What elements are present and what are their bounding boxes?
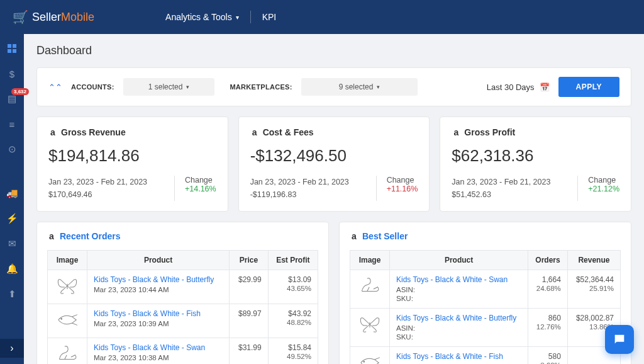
asin: ASIN: xyxy=(396,324,415,332)
col-price: Price xyxy=(230,251,269,270)
kpi-card: aGross Profit $62,318.36 Jan 23, 2023 - … xyxy=(440,117,631,212)
accounts-dropdown[interactable]: 1 selected ▾ xyxy=(123,78,215,96)
list-icon: ≡ xyxy=(9,119,15,130)
upload-icon: ⬆ xyxy=(8,288,16,300)
price-cell: $29.99 xyxy=(230,270,269,304)
logo-seller: Seller xyxy=(32,11,61,24)
marketplaces-dropdown[interactable]: 9 selected ▾ xyxy=(301,78,418,96)
kpi-change: Change+14.16% xyxy=(175,176,216,201)
kpi-period: Jan 23, 2023 - Feb 21, 2023$51,452.63 xyxy=(452,176,577,201)
product-cell: Kids Toys - Black & White - Butterfly Ma… xyxy=(87,270,230,304)
sidebar-target[interactable]: ⊙ xyxy=(5,142,19,156)
mail-icon: ✉ xyxy=(8,238,16,249)
product-link[interactable]: Kids Toys - Black & White - Butterfly xyxy=(396,314,521,322)
col-est-profit: Est Profit xyxy=(268,251,318,270)
svg-rect-2 xyxy=(8,49,11,53)
page-title: Dashboard xyxy=(36,44,631,57)
product-date: Mar 23, 2023 10:38 AM xyxy=(94,354,169,361)
col-product: Product xyxy=(87,251,230,270)
sidebar-expand[interactable]: › xyxy=(0,339,24,358)
sidebar: $ ▤ 3,632 ≡ ⊙ 🚚 ⚡ ✉ 🔔 ⬆ › xyxy=(0,34,24,364)
sidebar-mail[interactable]: ✉ xyxy=(5,237,19,251)
svg-rect-3 xyxy=(13,49,16,53)
collapse-icon[interactable]: ⌃⌃ xyxy=(48,82,62,92)
kpi-title-text: Gross Profit xyxy=(464,127,515,137)
main: Dashboard ⌃⌃ ACCOUNTS: 1 selected ▾ MARK… xyxy=(24,34,644,364)
product-image xyxy=(48,338,87,365)
logo-mobile: Mobile xyxy=(61,11,94,24)
svg-rect-1 xyxy=(13,44,16,48)
sidebar-finance[interactable]: $ xyxy=(5,67,19,81)
table-row: Kids Toys - Black & White - Swan ASIN: S… xyxy=(350,270,621,309)
sidebar-reports[interactable]: ▤ 3,632 xyxy=(5,92,19,106)
product-cell: Kids Toys - Black & White - Fish ASIN: S… xyxy=(390,347,528,365)
topnav: Analytics & Tools ▾ KPI xyxy=(154,11,287,23)
chat-button[interactable] xyxy=(605,325,634,354)
kpi-card: aCost & Fees -$132,496.50 Jan 23, 2023 -… xyxy=(238,117,430,212)
cart-icon: 🛒 xyxy=(13,9,28,25)
recent-orders-table: Image Product Price Est Profit Kids Toys… xyxy=(47,250,318,364)
price-cell: $89.97 xyxy=(230,304,269,338)
kpi-card: aGross Revenue $194,814.86 Jan 23, 2023 … xyxy=(36,117,228,212)
profit-cell: $13.0943.65% xyxy=(268,270,318,304)
filter-bar: ⌃⌃ ACCOUNTS: 1 selected ▾ MARKETPLACES: … xyxy=(36,67,631,106)
nav-analytics-tools[interactable]: Analytics & Tools ▾ xyxy=(154,12,250,22)
sidebar-upload[interactable]: ⬆ xyxy=(5,287,19,301)
svg-point-5 xyxy=(364,361,365,362)
chevron-down-icon: ▾ xyxy=(236,14,239,21)
product-image xyxy=(350,347,390,365)
profit-cell: $43.9248.82% xyxy=(268,304,318,338)
product-cell: Kids Toys - Black & White - Butterfly AS… xyxy=(390,309,528,347)
best-seller-title: a Best Seller xyxy=(350,231,621,241)
kpi-period: Jan 23, 2023 - Feb 21, 2023$170,649.46 xyxy=(48,176,174,201)
orders-cell: 5808.60% xyxy=(528,347,568,365)
product-link[interactable]: Kids Toys - Black & White - Swan xyxy=(94,343,223,352)
table-row: Kids Toys - Black & White - Butterfly AS… xyxy=(350,309,621,347)
sidebar-list[interactable]: ≡ xyxy=(5,117,19,131)
grid-icon xyxy=(7,43,17,54)
tables-row: a Recent Orders Image Product Price Est … xyxy=(36,222,631,364)
product-image xyxy=(48,304,87,338)
kpi-change: Change+11.16% xyxy=(377,176,418,201)
table-row: Kids Toys - Black & White - Fish ASIN: S… xyxy=(350,347,621,365)
table-row: Kids Toys - Black & White - Butterfly Ma… xyxy=(48,270,318,304)
sidebar-shipping[interactable]: 🚚 xyxy=(5,186,19,200)
sidebar-alerts[interactable]: 🔔 xyxy=(5,262,19,276)
product-image xyxy=(48,270,87,304)
product-link[interactable]: Kids Toys - Black & White - Swan xyxy=(396,275,521,284)
dollar-icon: $ xyxy=(9,69,14,79)
kpi-title-text: Cost & Fees xyxy=(263,127,314,137)
accounts-label: ACCOUNTS: xyxy=(71,83,114,91)
kpi-value: $62,318.36 xyxy=(452,146,619,166)
topbar: 🛒 SellerMobile Analytics & Tools ▾ KPI xyxy=(0,0,644,34)
amazon-icon: a xyxy=(47,232,56,241)
nav-kpi[interactable]: KPI xyxy=(251,12,288,22)
product-cell: Kids Toys - Black & White - Swan Mar 23,… xyxy=(87,338,230,365)
apply-button[interactable]: APPLY xyxy=(558,77,619,97)
marketplaces-label: MARKETPLACES: xyxy=(230,83,292,91)
product-image xyxy=(350,309,390,347)
product-link[interactable]: Kids Toys - Black & White - Fish xyxy=(94,309,223,318)
target-icon: ⊙ xyxy=(8,144,16,155)
sidebar-power[interactable]: ⚡ xyxy=(5,212,19,225)
table-row: Kids Toys - Black & White - Fish Mar 23,… xyxy=(48,304,318,338)
recent-orders-card: a Recent Orders Image Product Price Est … xyxy=(36,222,329,364)
product-date: Mar 23, 2023 10:44 AM xyxy=(94,286,169,293)
sku: SKU: xyxy=(396,295,413,302)
revenue-cell: $52,364.4425.91% xyxy=(567,270,620,309)
date-range[interactable]: Last 30 Days 📅 xyxy=(487,82,550,92)
logo[interactable]: 🛒 SellerMobile xyxy=(13,9,94,25)
product-link[interactable]: Kids Toys - Black & White - Butterfly xyxy=(94,275,223,284)
product-link[interactable]: Kids Toys - Black & White - Fish xyxy=(396,352,521,361)
col-image: Image xyxy=(350,251,390,270)
kpi-value: -$132,496.50 xyxy=(250,146,418,166)
amazon-icon: a xyxy=(452,128,460,137)
bell-icon: 🔔 xyxy=(6,263,18,275)
best-seller-table: Image Product Orders Revenue Kids Toys -… xyxy=(350,250,621,364)
col-image: Image xyxy=(48,251,87,270)
sidebar-dashboard[interactable] xyxy=(5,42,19,55)
svg-rect-0 xyxy=(8,44,11,48)
col-orders: Orders xyxy=(528,251,568,270)
amazon-icon: a xyxy=(250,128,259,137)
kpi-row: aGross Revenue $194,814.86 Jan 23, 2023 … xyxy=(36,117,631,212)
